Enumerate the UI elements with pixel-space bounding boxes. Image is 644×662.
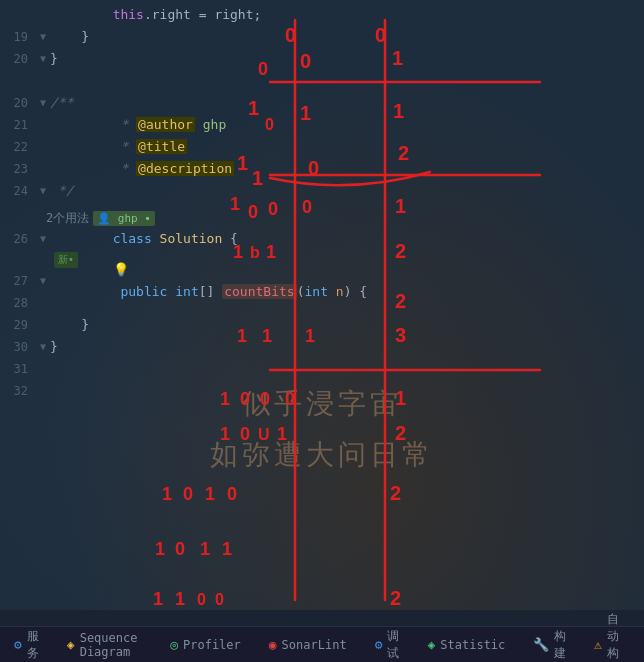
- sequence-diagram-label: Sequence Diagram: [80, 631, 143, 659]
- code-content: * @description: [50, 136, 234, 202]
- svg-text:1: 1: [175, 589, 185, 609]
- debug-icon: ⚙: [375, 637, 383, 652]
- line-number: 27: [4, 270, 36, 292]
- code-line-32: 32: [0, 380, 644, 402]
- build-icon: 🔧: [533, 637, 549, 652]
- statistic-label: Statistic: [440, 638, 505, 652]
- fold-gutter: ▼: [36, 270, 50, 292]
- svg-text:0: 0: [227, 484, 237, 504]
- svg-text:1: 1: [162, 484, 172, 504]
- svg-text:0: 0: [240, 424, 250, 444]
- editor-area: 似乎浸字宙 如弥遭大问日常 this.right = right; 19 ▼ }…: [0, 0, 644, 610]
- fold-gutter: ▼: [36, 92, 50, 114]
- code-line-space: [0, 70, 644, 92]
- code-line-23: 23 * @description: [0, 158, 644, 180]
- code-area: this.right = right; 19 ▼ } 20 ▼ } 20 ▼ /…: [0, 0, 644, 406]
- line-number: 29: [4, 314, 36, 336]
- code-line-31: 31: [0, 358, 644, 380]
- sequence-diagram-icon: ◈: [67, 637, 75, 652]
- fold-gutter: ▼: [36, 180, 50, 202]
- toolbar: ⚙ 服务 ◈ Sequence Diagram ◎ Profiler ◉ Son…: [0, 626, 644, 662]
- toolbar-build[interactable]: 🔧 构建: [527, 626, 572, 663]
- code-content: 💡 public int[] countBits(int n) {: [50, 237, 367, 325]
- svg-text:1: 1: [222, 539, 232, 559]
- statistic-icon: ◈: [427, 637, 435, 652]
- toolbar-profiler[interactable]: ◎ Profiler: [164, 635, 247, 654]
- profiler-label: Profiler: [183, 638, 241, 652]
- code-content: }: [50, 26, 89, 48]
- svg-text:1: 1: [200, 539, 210, 559]
- line-number: 22: [4, 136, 36, 158]
- line-number: 32: [4, 380, 36, 402]
- profiler-icon: ◎: [170, 637, 178, 652]
- toolbar-auto-build[interactable]: ⚠ 自动构建: [588, 609, 636, 663]
- auto-build-label: 自动构建: [607, 611, 630, 663]
- toolbar-debug[interactable]: ⚙ 调试: [369, 626, 406, 663]
- sonarlint-icon: ◉: [269, 637, 277, 652]
- auto-build-icon: ⚠: [594, 637, 602, 652]
- line-number: 24: [4, 180, 36, 202]
- line-number: 19: [4, 26, 36, 48]
- svg-text:1: 1: [277, 424, 287, 444]
- line-number: 23: [4, 158, 36, 180]
- svg-text:1: 1: [220, 424, 230, 444]
- svg-text:2: 2: [390, 587, 401, 609]
- toolbar-service[interactable]: ⚙ 服务: [8, 626, 45, 663]
- code-content: }: [50, 48, 58, 70]
- fold-gutter: ▼: [36, 336, 50, 358]
- code-line-20a: 20 ▼ }: [0, 48, 644, 70]
- svg-text:0: 0: [197, 591, 206, 608]
- sonarlint-label: SonarLint: [282, 638, 347, 652]
- toolbar-statistic[interactable]: ◈ Statistic: [421, 635, 511, 654]
- debug-label: 调试: [387, 628, 399, 662]
- fold-gutter: ▼: [36, 48, 50, 70]
- toolbar-sequence-diagram[interactable]: ◈ Sequence Diagram: [61, 629, 148, 661]
- svg-text:0: 0: [175, 539, 185, 559]
- svg-text:1: 1: [155, 539, 165, 559]
- line-number: 30: [4, 336, 36, 358]
- line-number: 20: [4, 48, 36, 70]
- svg-text:2: 2: [395, 422, 406, 444]
- toolbar-sonarlint[interactable]: ◉ SonarLint: [263, 635, 353, 654]
- svg-text:0: 0: [215, 591, 224, 608]
- code-line-27: 27 ▼ 💡 public int[] countBits(int n) {: [0, 270, 644, 292]
- svg-text:U: U: [258, 426, 270, 443]
- service-icon: ⚙: [14, 637, 22, 652]
- svg-text:0: 0: [183, 484, 193, 504]
- build-label: 构建: [554, 628, 566, 662]
- code-content: }: [50, 314, 89, 336]
- svg-text:1: 1: [153, 589, 163, 609]
- line-number: 28: [4, 292, 36, 314]
- fold-gutter: ▼: [36, 228, 50, 250]
- code-content: }: [50, 336, 58, 358]
- line-number: 31: [4, 358, 36, 380]
- line-number: 20: [4, 92, 36, 114]
- code-content: */: [50, 180, 73, 202]
- line-number: 21: [4, 114, 36, 136]
- svg-text:1: 1: [205, 484, 215, 504]
- code-line-30: 30 ▼ }: [0, 336, 644, 358]
- fold-gutter: ▼: [36, 26, 50, 48]
- service-label: 服务: [27, 628, 39, 662]
- code-line-18: this.right = right;: [0, 4, 644, 26]
- svg-text:2: 2: [390, 482, 401, 504]
- line-number: 26: [4, 228, 36, 250]
